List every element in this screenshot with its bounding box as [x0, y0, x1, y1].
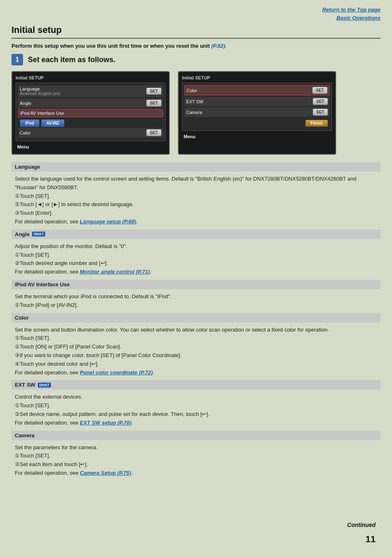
section-ext-sw: EXT SW DNX7 Control the external devices…: [12, 380, 380, 430]
language-step3: ③Touch [Enter].: [15, 209, 377, 218]
section-color-body: Set the screen and button illumination c…: [12, 324, 380, 381]
section-language-body: Select the language used for the control…: [12, 173, 380, 230]
section-language-title: Language: [15, 164, 40, 170]
camera-step2: ②Set each item and touch [↩].: [15, 460, 377, 469]
intro-link[interactable]: (P.92).: [211, 43, 226, 49]
section-angle-body: Adjust the position of the monitor. Defa…: [12, 241, 380, 280]
section-angle: Angle DNX7 Adjust the position of the mo…: [12, 230, 380, 280]
angle-detail: For detailed operation, see Monitor angl…: [15, 268, 377, 276]
section-angle-header: Angle DNX7: [12, 230, 380, 239]
section-ext-sw-header: EXT SW DNX7: [12, 380, 380, 390]
language-desc: Select the language used for the control…: [15, 175, 377, 192]
screen1-row-angle: Angle SET: [18, 98, 163, 108]
screen1: Initial SETUP Language American English …: [12, 71, 170, 155]
screen2-camera-set-btn[interactable]: SET: [313, 109, 328, 116]
screen2-row-extsw: EXT SW SET: [184, 97, 330, 106]
screen2-finish-btn[interactable]: Finish: [305, 120, 328, 127]
screen2-title: Initial SETUP: [182, 75, 332, 80]
section-camera: Camera Set the parameters for the camera…: [12, 431, 380, 481]
screen2-menu[interactable]: Menu: [182, 133, 332, 140]
screen2-color-label: Color: [187, 88, 197, 93]
screen1-inner: Language American English (en) SET Angle…: [16, 83, 166, 141]
section-ext-sw-title: EXT SW: [15, 382, 35, 388]
section-language: Language Select the language used for th…: [12, 162, 380, 230]
angle-step1: ①Touch [SET].: [15, 251, 377, 260]
ext-sw-dnx7-badge: DNX7: [38, 383, 51, 388]
color-detail: For detailed operation, see Panel color …: [15, 369, 377, 377]
camera-step1: ①Touch [SET].: [15, 452, 377, 460]
screen1-ipod-label: iPod AV Interface Use: [20, 111, 64, 116]
ipod-av-step1: ①Touch [iPod] or [AV-IN2].: [15, 301, 377, 310]
section-camera-body: Set the parameters for the camera. ①Touc…: [12, 442, 380, 481]
section-language-header: Language: [12, 162, 380, 172]
screen2-inner: Color SET EXT SW SET Camera SET Finish: [182, 83, 332, 131]
screen1-row-color: Color SET: [18, 128, 163, 137]
language-step1: ①Touch [SET].: [15, 192, 377, 201]
screen2-row-color: Color SET: [184, 85, 330, 95]
screen1-row-language: Language American English (en) SET: [18, 85, 163, 97]
color-step3: ③If you want to change color, touch [SET…: [15, 351, 377, 360]
ext-sw-step1: ①Touch [SET].: [15, 402, 377, 410]
screen1-language-label: Language: [20, 86, 60, 91]
language-step2: ②Touch [◄] or [►] to select the desired …: [15, 200, 377, 209]
screen1-language-set-btn[interactable]: SET: [146, 88, 161, 95]
screenshots-row: Initial SETUP Language American English …: [12, 71, 380, 155]
screen2-camera-label: Camera: [186, 110, 202, 115]
sections-container: Language Select the language used for th…: [12, 162, 380, 481]
ext-sw-step2: ②Set device name, output pattern, and pu…: [15, 410, 377, 419]
top-navigation: Return to the Top page Basic Operations: [322, 6, 380, 22]
camera-detail: For detailed operation, see Camera Setup…: [15, 469, 377, 478]
color-desc: Set the screen and button illumination c…: [15, 326, 377, 334]
basic-operations-link[interactable]: Basic Operations: [322, 14, 380, 22]
section-ipod-av-body: Set the terminal which your iPod is conn…: [12, 291, 380, 313]
color-step1: ①Touch [SET].: [15, 334, 377, 343]
screen2: Initial SETUP Color SET EXT SW SET Camer…: [178, 71, 336, 155]
screen2-extsw-set-btn[interactable]: SET: [313, 98, 328, 105]
color-step4: ④Touch your desired color and [↩].: [15, 360, 377, 369]
screen1-menu[interactable]: Menu: [16, 143, 166, 151]
intro-text-body: Perform this setup when you use this uni…: [12, 43, 210, 49]
continued-label: Continued: [347, 522, 376, 528]
section-ipod-av-header: iPod AV Interface Use: [12, 280, 380, 289]
section-color-header: Color: [12, 313, 380, 323]
color-link[interactable]: Panel color coordinate (P.72): [80, 369, 152, 376]
color-step2: ②Touch [ON] or [OFF] of [Panel Color Sca…: [15, 343, 377, 351]
camera-desc: Set the parameters for the camera.: [15, 443, 377, 452]
angle-link[interactable]: Monitor angle control (P.71): [80, 269, 150, 275]
step-label: Set each item as follows.: [28, 56, 115, 64]
screen1-angle-set-btn[interactable]: SET: [146, 100, 161, 107]
ipod-av-desc: Set the terminal which your iPod is conn…: [15, 292, 377, 301]
page-title: Initial setup: [12, 25, 380, 39]
step-number: 1: [12, 54, 23, 65]
section-angle-title: Angle: [15, 231, 30, 237]
screen1-avin2-tab[interactable]: AV-IN2: [41, 119, 65, 127]
screen1-angle-label: Angle: [20, 101, 31, 106]
angle-step2: ②Touch desired angle number and [↩].: [15, 259, 377, 268]
language-link[interactable]: Language setup (P.68): [80, 218, 136, 225]
screen2-color-set-btn[interactable]: SET: [312, 87, 327, 94]
screen1-color-set-btn[interactable]: SET: [146, 129, 161, 136]
ext-sw-link[interactable]: EXT SW setup (P.70): [80, 420, 131, 426]
screen1-title: Initial SETUP: [16, 75, 166, 80]
screen1-language-sublabel: American English (en): [20, 91, 60, 96]
section-ipod-av-title: iPod AV Interface Use: [15, 281, 70, 288]
intro-text: Perform this setup when you use this uni…: [12, 43, 380, 49]
screen1-color-label: Color: [20, 130, 30, 135]
section-camera-title: Camera: [15, 432, 35, 439]
page-number: 11: [366, 534, 376, 545]
step-header: 1 Set each item as follows.: [12, 54, 380, 65]
camera-link[interactable]: Camera Setup (P.75): [80, 470, 131, 476]
screen1-tab-row: iPod AV-IN2: [18, 118, 163, 128]
screen2-row-camera: Camera SET: [184, 107, 330, 117]
section-color: Color Set the screen and button illumina…: [12, 313, 380, 381]
return-to-top-link[interactable]: Return to the Top page: [322, 6, 380, 14]
section-ext-sw-body: Control the external devices. ①Touch [SE…: [12, 391, 380, 430]
screen2-extsw-label: EXT SW: [186, 99, 203, 104]
screen1-ipod-tab[interactable]: iPod: [20, 119, 39, 127]
angle-desc: Adjust the position of the monitor. Defa…: [15, 242, 377, 251]
ext-sw-desc: Control the external devices.: [15, 393, 377, 402]
ext-sw-detail: For detailed operation, see EXT SW setup…: [15, 419, 377, 427]
section-ipod-av: iPod AV Interface Use Set the terminal w…: [12, 280, 380, 313]
language-detail: For detailed operation, see Language set…: [15, 218, 377, 226]
section-color-title: Color: [15, 315, 29, 321]
